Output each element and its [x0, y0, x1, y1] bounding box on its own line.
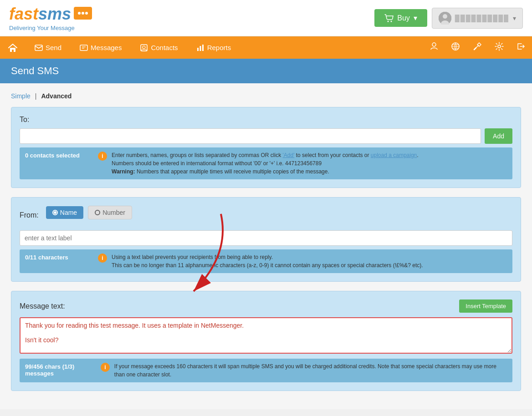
content-area: Simple | Advanced To: Add 0 contacts sel… — [0, 83, 532, 409]
to-input[interactable] — [20, 128, 481, 144]
svg-point-2 — [82, 12, 84, 15]
buy-caret: ▾ — [414, 14, 417, 22]
nav-exit-icon[interactable] — [510, 36, 532, 59]
buy-button[interactable]: Buy ▾ — [374, 9, 427, 27]
name-radio-label: Name — [60, 209, 77, 216]
message-label: Message text: — [20, 302, 65, 310]
from-info-detail: This can be no longer than 11 alphanumer… — [112, 262, 423, 269]
name-radio-circle — [52, 210, 58, 215]
message-panel: Message text: Insert Template Thank you … — [11, 291, 521, 391]
svg-point-21 — [432, 43, 436, 46]
exit-icon — [517, 42, 526, 51]
to-info-text: Enter numbers, names, groups or lists se… — [112, 151, 419, 176]
number-radio[interactable]: Number — [88, 206, 132, 219]
name-radio[interactable]: Name — [46, 206, 83, 219]
message-info-row: 99/456 chars (1/3) messages i If your me… — [20, 359, 512, 382]
user-dropdown-caret: ▾ — [513, 15, 516, 22]
buy-label: Buy — [397, 14, 410, 22]
nav-home[interactable] — [0, 38, 26, 57]
svg-rect-18 — [197, 48, 199, 51]
svg-rect-20 — [202, 45, 204, 51]
info-icon-to: i — [98, 152, 107, 161]
svg-point-6 — [391, 20, 392, 22]
home-icon — [8, 44, 17, 52]
user-avatar — [439, 12, 451, 25]
info-icon-from: i — [98, 254, 107, 263]
nav-icon-group — [424, 36, 532, 59]
svg-line-24 — [474, 48, 476, 50]
contacts-icon — [140, 44, 148, 51]
tools-icon — [473, 42, 482, 51]
breadcrumb-advanced: Advanced — [41, 92, 72, 100]
logo-icon — [73, 6, 93, 22]
from-info-text: Using a text label prevents your recipie… — [112, 253, 423, 269]
user-name-display: ██████████ — [455, 15, 509, 22]
contacts-selected-label: 0 contacts selected — [25, 151, 93, 160]
from-label: From: — [20, 211, 39, 219]
svg-point-17 — [143, 46, 145, 49]
to-info-warning: Warning: Numbers that appear multiple ti… — [112, 168, 329, 175]
to-panel: To: Add 0 contacts selected i Enter numb… — [11, 107, 521, 188]
svg-rect-11 — [12, 50, 14, 52]
info-icon-message: i — [101, 363, 110, 372]
text-label-input[interactable] — [20, 230, 512, 246]
svg-rect-12 — [35, 45, 42, 51]
nav-send[interactable]: Send — [26, 38, 71, 57]
globe-icon — [451, 42, 460, 51]
nav-globe-icon[interactable] — [445, 36, 466, 59]
svg-rect-19 — [200, 46, 201, 51]
from-info-main: Using a text label prevents your recipie… — [112, 254, 273, 260]
breadcrumb-simple-link[interactable]: Simple — [11, 92, 31, 100]
main-nav: Send Messages Contacts Reports — [0, 36, 532, 59]
nav-messages-label: Messages — [91, 44, 122, 51]
message-info-text: If your message exceeds 160 characters i… — [114, 362, 507, 379]
svg-point-25 — [498, 45, 501, 48]
nav-reports-label: Reports — [207, 44, 231, 51]
from-header-row: From: Name Number — [20, 206, 512, 225]
messages-icon — [80, 45, 88, 51]
header-right: Buy ▾ ██████████ ▾ — [374, 8, 523, 29]
breadcrumb: Simple | Advanced — [11, 92, 521, 100]
upload-link[interactable]: upload a campaign — [371, 152, 417, 158]
from-info-row: 0/11 characters i Using a text label pre… — [20, 249, 512, 273]
nav-contacts[interactable]: Contacts — [131, 38, 187, 57]
char-count-label: 0/11 characters — [25, 253, 93, 262]
cart-icon — [384, 14, 394, 22]
nav-gear-icon[interactable] — [488, 36, 510, 59]
svg-rect-13 — [80, 45, 87, 51]
nav-user-icon[interactable] — [424, 36, 445, 59]
message-header: Message text: Insert Template — [20, 299, 512, 313]
add-link[interactable]: 'Add' — [282, 152, 294, 158]
logo-fast: fast — [9, 5, 38, 24]
logo-text: fast sms — [9, 5, 93, 24]
svg-point-5 — [388, 20, 389, 22]
to-label: To: — [20, 116, 512, 124]
avatar-icon — [439, 12, 451, 25]
message-textarea-wrap: Thank you for reading this test message.… — [20, 317, 512, 355]
nav-messages[interactable]: Messages — [71, 38, 131, 57]
to-input-row: Add — [20, 128, 512, 144]
user-area[interactable]: ██████████ ▾ — [432, 8, 523, 29]
breadcrumb-separator: | — [35, 92, 37, 100]
logo-sms: sms — [38, 5, 71, 24]
add-button[interactable]: Add — [485, 128, 512, 144]
top-header: fast sms Delivering Your Message Buy ▾ — [0, 0, 532, 36]
from-options: Name Number — [46, 206, 132, 219]
reports-icon — [196, 44, 205, 51]
person-icon — [430, 42, 438, 50]
send-icon — [35, 45, 43, 51]
from-panel: From: Name Number 0/11 characters i Usin… — [11, 197, 521, 282]
svg-point-1 — [78, 12, 81, 15]
logo-tagline: Delivering Your Message — [9, 25, 93, 31]
gear-icon — [495, 42, 504, 51]
to-info-main: Enter numbers, names, groups or lists se… — [112, 152, 419, 158]
nav-tools-icon[interactable] — [466, 36, 488, 59]
page-title: Send SMS — [11, 65, 59, 76]
nav-send-label: Send — [46, 44, 61, 51]
page-title-bar: Send SMS — [0, 59, 532, 83]
number-radio-circle — [95, 210, 100, 215]
message-textarea[interactable]: Thank you for reading this test message.… — [20, 317, 512, 354]
nav-contacts-label: Contacts — [151, 44, 178, 51]
insert-template-button[interactable]: Insert Template — [459, 299, 512, 313]
nav-reports[interactable]: Reports — [187, 38, 240, 57]
